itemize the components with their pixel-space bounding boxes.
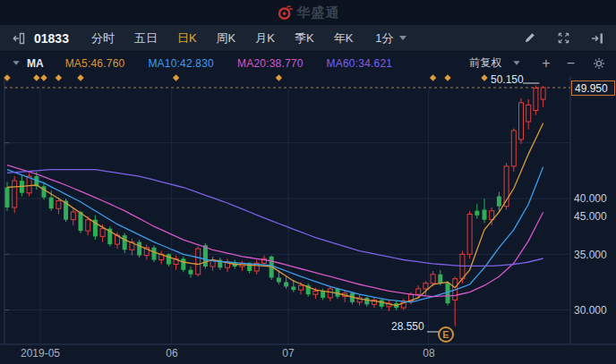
tab-quarterly-k[interactable]: 季K	[285, 25, 324, 52]
chart-area: 49.950 45.000 40.000 35.000 30.000 2019-…	[0, 73, 616, 364]
draw-tools-icon[interactable]	[519, 29, 539, 48]
x-tick-july: 07	[270, 347, 306, 360]
fullscreen-icon[interactable]	[553, 29, 573, 48]
zoom-in-button[interactable]: +	[540, 56, 552, 71]
y-tick: 30.000	[574, 304, 615, 317]
indicator-group-label[interactable]: MA	[27, 57, 44, 70]
brand-logo-icon	[277, 4, 293, 21]
indicator-collapse-icon[interactable]	[13, 61, 19, 65]
brand: 华盛通	[277, 4, 340, 21]
x-tick-august: 08	[411, 347, 447, 360]
price-adjust-dropdown[interactable]: 前复权	[469, 55, 527, 71]
tab-timeline[interactable]: 分时	[81, 25, 124, 52]
price-adjust-value: 前复权	[469, 55, 501, 71]
candlestick-chart[interactable]	[0, 73, 616, 364]
y-tick: 40.000	[574, 192, 615, 205]
ma20-value: MA20:38.770	[237, 57, 304, 70]
ma5-value: MA5:46.760	[65, 57, 125, 70]
current-price-label: 49.950	[571, 80, 615, 96]
event-marker[interactable]: E	[438, 326, 454, 343]
ma10-value: MA10:42.830	[148, 57, 214, 70]
chevron-down-icon	[399, 36, 406, 40]
stock-chart-window: 华盛通 01833 分时 五日 日K 周K 月K 季K 年K 1分	[0, 0, 616, 364]
low-price-annotation: 28.550	[391, 320, 424, 333]
brand-name: 华盛通	[297, 4, 340, 21]
y-tick: 45.000	[574, 210, 615, 223]
minute-interval-dropdown[interactable]: 1分	[375, 30, 406, 47]
x-tick-may: 2019-05	[4, 347, 76, 360]
tab-daily-k[interactable]: 日K	[167, 25, 207, 52]
top-brand-bar: 华盛通	[0, 0, 616, 25]
high-price-annotation: 50.150	[491, 73, 524, 86]
chart-toolbar: 01833 分时 五日 日K 周K 月K 季K 年K 1分	[0, 25, 616, 52]
tab-weekly-k[interactable]: 周K	[207, 25, 246, 52]
tab-5day[interactable]: 五日	[124, 25, 167, 52]
indicator-bar: MA MA5:46.760 MA10:42.830 MA20:38.770 MA…	[0, 53, 616, 73]
y-tick: 35.000	[574, 249, 615, 261]
gear-icon[interactable]	[589, 54, 609, 73]
ma60-value: MA60:34.621	[327, 57, 393, 70]
expand-right-panel-icon[interactable]	[587, 29, 607, 48]
zoom-out-button[interactable]: −	[565, 56, 577, 71]
stock-code: 01833	[34, 31, 69, 46]
tab-monthly-k[interactable]: 月K	[245, 25, 285, 52]
minute-interval-value: 1分	[375, 30, 393, 47]
chevron-down-icon	[514, 61, 520, 65]
collapse-left-panel-icon[interactable]	[9, 29, 29, 48]
x-tick-june: 06	[154, 347, 190, 360]
tab-yearly-k[interactable]: 年K	[324, 25, 364, 52]
